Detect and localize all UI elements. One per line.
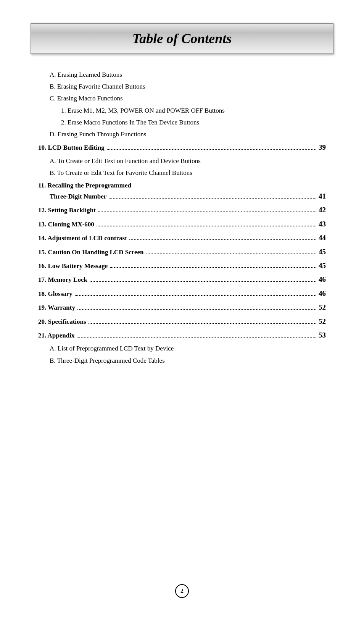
entry-13-label: 13. Cloning MX-600 [38, 219, 94, 229]
dots [97, 226, 316, 226]
entry-11-label1: 11. Recalling the Preprogrammed [38, 180, 131, 191]
entry-15-label: 15. Caution On Handling LCD Screen [38, 247, 143, 257]
page-number: 2 [175, 584, 189, 598]
toc-entry-18: 18. Glossary 46 [38, 288, 326, 299]
page-footer: 2 [0, 584, 364, 598]
entry-18-label: 18. Glossary [38, 289, 72, 299]
entry-12-label: 12. Setting Backlight [38, 205, 96, 215]
dots [146, 254, 316, 254]
entry-21-page: 53 [319, 329, 326, 341]
entry-17-label: 17. Memory Lock [38, 275, 87, 285]
entry-14-page: 44 [319, 232, 326, 244]
entry-20-page: 52 [319, 316, 326, 327]
toc-entry-14: 14. Adjustment of LCD contrast 44 [38, 232, 326, 244]
dots [129, 239, 316, 240]
entry-21-label: 21. Appendix [38, 330, 74, 341]
dots [109, 198, 316, 199]
entry-20-label: 20. Specifications [38, 317, 86, 327]
entry-16-label: 16. Low Battery Message [38, 261, 108, 271]
dots [89, 323, 316, 324]
toc-entry-17: 17. Memory Lock 46 [38, 274, 326, 285]
toc-content: A. Erasing Learned Buttons B. Erasing Fa… [31, 69, 333, 366]
list-item: B. Erasing Favorite Channel Buttons [38, 81, 326, 92]
entry-10-label: 10. LCD Button Editing [38, 142, 105, 153]
dots [110, 267, 316, 268]
entry-11-page: 41 [319, 191, 326, 202]
list-item: D. Erasing Punch Through Functions [38, 129, 326, 139]
entry-14-label: 14. Adjustment of LCD contrast [38, 233, 127, 243]
toc-entry-13: 13. Cloning MX-600 43 [38, 218, 326, 230]
entry-11-line1: 11. Recalling the Preprogrammed [38, 180, 326, 191]
list-item: A. Erasing Learned Buttons [38, 69, 326, 80]
toc-entry-15: 15. Caution On Handling LCD Screen 45 [38, 246, 326, 258]
page: Table of Contents A. Erasing Learned But… [0, 0, 364, 617]
toc-entry-21: 21. Appendix 53 [38, 329, 326, 341]
dots [75, 295, 316, 296]
entry-16-page: 45 [319, 260, 326, 271]
entry-11-line2: Three-Digit Number 41 [38, 191, 326, 202]
dots [77, 309, 316, 310]
title-banner: Table of Contents [31, 23, 333, 54]
list-item: A. List of Preprogrammed LCD Text by Dev… [38, 343, 326, 354]
list-item: 2. Erase Macro Functions In The Ten Devi… [38, 117, 326, 128]
toc-entry-10: 10. LCD Button Editing 39 [38, 142, 326, 153]
entry-12-page: 42 [319, 204, 326, 216]
entry-18-page: 46 [319, 288, 326, 299]
toc-entry-12: 12. Setting Backlight 42 [38, 204, 326, 216]
toc-entry-16: 16. Low Battery Message 45 [38, 260, 326, 271]
list-item: A. To Create or Edit Text on Function an… [38, 156, 326, 166]
list-item: B. To Create or Edit Text for Favorite C… [38, 168, 326, 178]
entry-19-page: 52 [319, 302, 326, 313]
page-title: Table of Contents [132, 31, 232, 46]
dots [90, 281, 316, 282]
toc-entry-20: 20. Specifications 52 [38, 316, 326, 327]
entry-10-page: 39 [319, 142, 326, 153]
dots [98, 212, 316, 212]
list-item: B. Three-Digit Preprogrammed Code Tables [38, 355, 326, 366]
toc-entry-19: 19. Warranty 52 [38, 302, 326, 313]
entry-13-page: 43 [319, 218, 326, 230]
entry-17-page: 46 [319, 274, 326, 285]
list-item: C. Erasing Macro Functions [38, 93, 326, 103]
list-item: 1. Erase M1, M2, M3, POWER ON and POWER … [38, 105, 326, 116]
entry-11-label2: Three-Digit Number [38, 191, 106, 202]
entry-15-page: 45 [319, 246, 326, 258]
entry-19-label: 19. Warranty [38, 302, 75, 313]
dots [107, 149, 316, 150]
toc-entry-11: 11. Recalling the Preprogrammed Three-Di… [38, 180, 326, 202]
dots [77, 337, 316, 338]
